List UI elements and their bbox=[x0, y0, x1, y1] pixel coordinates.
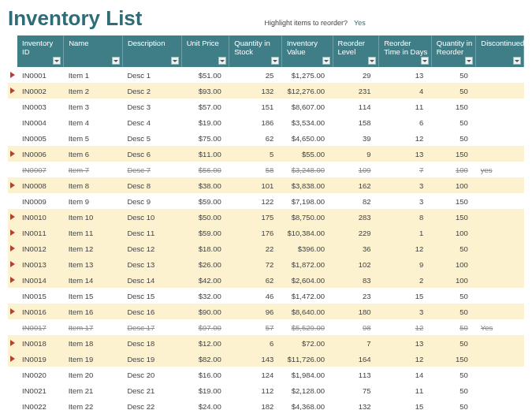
cell-rtd: 13 bbox=[379, 146, 432, 162]
cell-qr: 50 bbox=[431, 67, 476, 83]
cell-desc: Desc 9 bbox=[122, 193, 181, 209]
table-row[interactable]: IN0010Item 10Desc 10$50.00175$8,750.0028… bbox=[8, 209, 524, 225]
table-row[interactable]: IN0011Item 11Desc 11$59.00176$10,384.002… bbox=[8, 225, 524, 240]
cell-id: IN0002 bbox=[17, 83, 64, 99]
table-row[interactable]: IN0017Item 17Desc 17$97.0057$5,529.00981… bbox=[8, 319, 524, 335]
cell-qty: 96 bbox=[229, 304, 282, 319]
cell-rtd: 3 bbox=[379, 177, 432, 193]
col-header[interactable]: Name bbox=[64, 35, 123, 67]
cell-qty: 124 bbox=[229, 367, 282, 382]
cell-disc bbox=[476, 335, 524, 351]
reorder-flag-icon bbox=[10, 229, 15, 236]
cell-re: 36 bbox=[333, 240, 379, 256]
table-row[interactable]: IN0013Item 13Desc 13$26.0072$1,872.00102… bbox=[8, 256, 524, 272]
reorder-flag-icon bbox=[10, 72, 15, 78]
cell-val: $72.00 bbox=[281, 335, 333, 351]
cell-price: $38.00 bbox=[181, 177, 229, 193]
table-row[interactable]: IN0021Item 21Desc 21$19.00112$2,128.0075… bbox=[8, 382, 524, 398]
cell-rtd: 3 bbox=[379, 193, 432, 209]
cell-desc: Desc 22 bbox=[122, 398, 181, 410]
filter-dropdown-icon[interactable] bbox=[322, 57, 330, 65]
col-header[interactable]: Reorder Level bbox=[333, 35, 379, 67]
cell-qty: 176 bbox=[229, 225, 282, 240]
filter-dropdown-icon[interactable] bbox=[53, 57, 61, 65]
table-row[interactable]: IN0022Item 22Desc 22$24.00182$4,368.0013… bbox=[8, 398, 524, 410]
col-header[interactable]: Discontinued? bbox=[476, 35, 524, 67]
filter-dropdown-icon[interactable] bbox=[513, 57, 521, 65]
cell-rtd: 11 bbox=[379, 382, 432, 398]
cell-flag bbox=[8, 240, 17, 256]
table-row[interactable]: IN0007Item 7Desc 7$56.0058$3,248.0010971… bbox=[8, 162, 524, 177]
table-row[interactable]: IN0001Item 1Desc 1$51.0025$1,275.0029135… bbox=[8, 67, 524, 83]
table-row[interactable]: IN0004Item 4Desc 4$19.00186$3,534.001586… bbox=[8, 114, 524, 130]
cell-flag bbox=[8, 288, 17, 304]
filter-dropdown-icon[interactable] bbox=[271, 57, 279, 65]
filter-dropdown-icon[interactable] bbox=[465, 57, 473, 65]
table-row[interactable]: IN0006Item 6Desc 6$11.005$55.00913150 bbox=[8, 146, 524, 162]
cell-rtd: 13 bbox=[379, 335, 432, 351]
cell-rtd: 12 bbox=[379, 351, 432, 367]
cell-val: $8,607.00 bbox=[281, 99, 333, 114]
table-row[interactable]: IN0016Item 16Desc 16$90.0096$8,640.00180… bbox=[8, 304, 524, 319]
cell-flag bbox=[8, 398, 17, 410]
table-row[interactable]: IN0018Item 18Desc 18$12.006$72.0071350 bbox=[8, 335, 524, 351]
cell-id: IN0021 bbox=[17, 382, 64, 398]
col-header[interactable]: Inventory Value bbox=[281, 35, 333, 67]
cell-re: 82 bbox=[333, 193, 379, 209]
table-row[interactable]: IN0002Item 2Desc 2$93.00132$12,276.00231… bbox=[8, 83, 524, 99]
cell-price: $24.00 bbox=[181, 398, 229, 410]
cell-qty: 151 bbox=[229, 99, 282, 114]
cell-price: $59.00 bbox=[181, 225, 229, 240]
cell-price: $19.00 bbox=[181, 382, 229, 398]
table-row[interactable]: IN0005Item 5Desc 5$75.0062$4,650.0039125… bbox=[8, 130, 524, 146]
col-header[interactable]: Reorder Time in Days bbox=[379, 35, 432, 67]
table-row[interactable]: IN0019Item 19Desc 19$82.00143$11,726.001… bbox=[8, 351, 524, 367]
col-header[interactable]: Unit Price bbox=[181, 35, 229, 67]
cell-name: Item 4 bbox=[64, 114, 123, 130]
cell-qr: 50 bbox=[431, 319, 476, 335]
cell-qty: 112 bbox=[229, 382, 282, 398]
table-row[interactable]: IN0008Item 8Desc 8$38.00101$3,838.001623… bbox=[8, 177, 524, 193]
cell-re: 283 bbox=[333, 209, 379, 225]
cell-qr: 50 bbox=[431, 335, 476, 351]
cell-price: $56.00 bbox=[181, 162, 229, 177]
highlight-value[interactable]: Yes bbox=[354, 19, 366, 27]
cell-desc: Desc 11 bbox=[122, 225, 181, 240]
table-row[interactable]: IN0003Item 3Desc 3$57.00151$8,607.001141… bbox=[8, 99, 524, 114]
filter-dropdown-icon[interactable] bbox=[112, 57, 120, 65]
cell-name: Item 15 bbox=[64, 288, 123, 304]
col-header[interactable]: Quantity in Reorder bbox=[431, 35, 476, 67]
filter-dropdown-icon[interactable] bbox=[368, 57, 376, 65]
cell-rtd: 7 bbox=[379, 162, 432, 177]
table-row[interactable]: IN0009Item 9Desc 9$59.00122$7,198.008231… bbox=[8, 193, 524, 209]
col-header[interactable]: Inventory ID bbox=[17, 35, 64, 67]
cell-desc: Desc 6 bbox=[122, 146, 181, 162]
cell-qty: 143 bbox=[229, 351, 282, 367]
cell-val: $1,984.00 bbox=[281, 367, 333, 382]
table-row[interactable]: IN0020Item 20Desc 20$16.00124$1,984.0011… bbox=[8, 367, 524, 382]
filter-dropdown-icon[interactable] bbox=[421, 57, 429, 65]
cell-val: $11,726.00 bbox=[281, 351, 333, 367]
cell-qty: 58 bbox=[229, 162, 282, 177]
table-row[interactable]: IN0015Item 15Desc 15$32.0046$1,472.00231… bbox=[8, 288, 524, 304]
cell-name: Item 8 bbox=[64, 177, 123, 193]
col-header[interactable]: Quantity in Stock bbox=[229, 35, 282, 67]
cell-qty: 122 bbox=[229, 193, 282, 209]
table-row[interactable]: IN0012Item 12Desc 12$18.0022$396.0036125… bbox=[8, 240, 524, 256]
col-header-label: Name bbox=[69, 39, 88, 47]
cell-price: $57.00 bbox=[181, 99, 229, 114]
reorder-flag-icon bbox=[10, 88, 15, 94]
cell-price: $32.00 bbox=[181, 288, 229, 304]
cell-disc: yes bbox=[476, 162, 524, 177]
col-header-label: Quantity in Reorder bbox=[437, 39, 472, 56]
cell-price: $16.00 bbox=[181, 367, 229, 382]
filter-dropdown-icon[interactable] bbox=[218, 57, 226, 65]
cell-disc bbox=[476, 367, 524, 382]
highlight-label: Highlight items to reorder? bbox=[264, 19, 348, 27]
cell-rtd: 2 bbox=[379, 272, 432, 288]
cell-val: $3,838.00 bbox=[281, 177, 333, 193]
cell-disc bbox=[476, 398, 524, 410]
col-header[interactable]: Description bbox=[122, 35, 181, 67]
filter-dropdown-icon[interactable] bbox=[171, 57, 179, 65]
table-row[interactable]: IN0014Item 14Desc 14$42.0062$2,604.00832… bbox=[8, 272, 524, 288]
